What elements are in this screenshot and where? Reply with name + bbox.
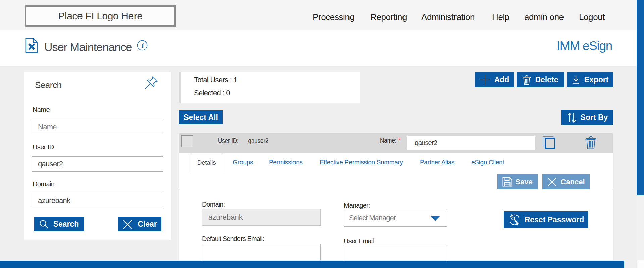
svg-text:i: i xyxy=(142,42,144,49)
